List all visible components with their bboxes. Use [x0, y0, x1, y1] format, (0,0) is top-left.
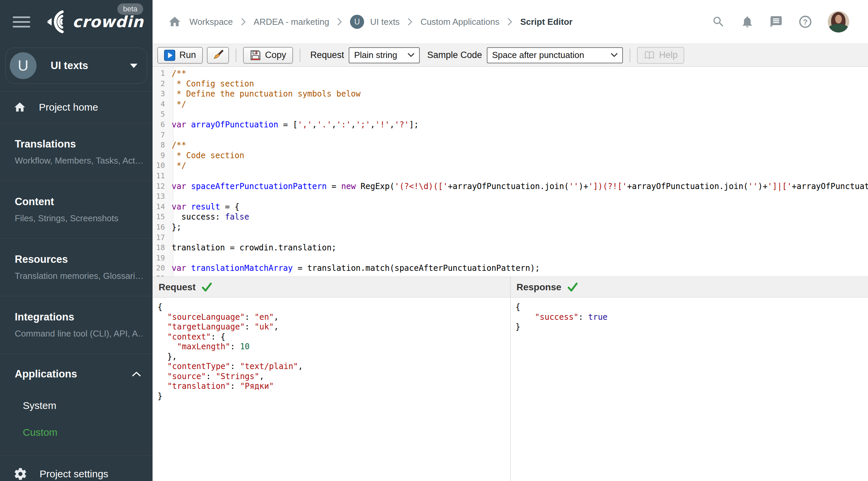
- code-line: 12var spaceAfterPunctuationPattern = new…: [153, 181, 868, 192]
- copy-button[interactable]: Copy: [243, 47, 293, 64]
- code-line: 6var arrayOfPunctuation = [',','.',':','…: [153, 120, 868, 130]
- line-number: 5: [153, 109, 169, 120]
- breadcrumb: Workspace ARDEA - marketing U UI texts C…: [168, 15, 712, 29]
- sidebar-section-applications: Applications System Custom: [0, 354, 153, 455]
- line-number: 1: [153, 68, 169, 79]
- sidebar-section-integrations[interactable]: Integrations Command line tool (CLI), AP…: [0, 296, 153, 354]
- code-line: "contentType": "text/plain",: [155, 362, 510, 372]
- code-line: 18translation = crowdin.translation;: [153, 243, 868, 253]
- code-line: 4 */: [153, 99, 868, 109]
- sidebar-item-project-settings[interactable]: Project settings: [0, 455, 153, 481]
- code-line: {: [155, 302, 510, 312]
- sidebar-item-project-home[interactable]: Project home: [13, 101, 153, 114]
- sidebar-section-translations[interactable]: Translations Workflow, Members, Tasks, A…: [0, 123, 153, 181]
- toolbar-separator: [300, 49, 301, 62]
- sidebar-item-label: Project settings: [39, 468, 108, 480]
- code-line: 8/**: [153, 140, 868, 151]
- success-check-icon: [202, 283, 212, 292]
- sample-code-select[interactable]: Space after punctuation: [487, 47, 623, 63]
- hamburger-menu-icon[interactable]: [13, 17, 30, 28]
- line-number: 21: [153, 274, 169, 277]
- request-response-panels: Request { "sourceLanguage": "en", "targe…: [153, 277, 868, 481]
- code-line: 17: [153, 233, 868, 243]
- sidebar-header: crowdin beta: [0, 0, 153, 43]
- gear-icon: [13, 467, 28, 481]
- search-icon[interactable]: [712, 15, 725, 29]
- help-button[interactable]: Help: [637, 47, 685, 64]
- code-line: "source": "Strings",: [155, 372, 510, 382]
- sidebar-section-resources[interactable]: Resources Translation memories, Glossari…: [0, 239, 153, 296]
- format-brush-button[interactable]: [207, 47, 229, 64]
- breadcrumb-custom-applications[interactable]: Custom Applications: [421, 17, 500, 27]
- line-number: 9: [153, 151, 169, 161]
- section-title: Content: [15, 196, 143, 208]
- line-number: 16: [153, 222, 169, 233]
- brush-icon: [212, 49, 224, 61]
- avatar-body: [829, 24, 848, 33]
- code-line: 3 * Define the punctuation symbols below: [153, 89, 868, 99]
- line-number: 6: [153, 120, 169, 130]
- breadcrumb-project-avatar: U: [350, 15, 364, 29]
- messages-chat-icon[interactable]: [769, 15, 783, 29]
- breadcrumb-project[interactable]: UI texts: [370, 17, 400, 27]
- chevron-down-icon: [611, 53, 618, 57]
- run-button[interactable]: Run: [157, 47, 203, 64]
- request-panel-title: Request: [159, 282, 195, 293]
- line-number: 3: [153, 89, 169, 99]
- sidebar-item-custom[interactable]: Custom: [15, 419, 141, 446]
- code-editor[interactable]: 1/**2 * Config section3 * Define the pun…: [153, 67, 868, 277]
- code-line: 14var result = {: [153, 202, 868, 212]
- section-subtitle: Workflow, Members, Tasks, Act…: [15, 156, 143, 166]
- request-type-select[interactable]: Plain string: [349, 47, 420, 63]
- request-select-value: Plain string: [354, 50, 397, 60]
- applications-toggle[interactable]: Applications: [15, 368, 141, 380]
- toolbar-separator: [630, 49, 630, 62]
- beta-badge: beta: [117, 3, 143, 15]
- response-panel-title: Response: [517, 282, 562, 293]
- script-editor-toolbar: Run Copy Request Plain string Sample Cod…: [153, 43, 868, 67]
- line-number: 11: [153, 171, 169, 181]
- editor-code-lines: 1/**2 * Config section3 * Define the pun…: [153, 67, 868, 277]
- code-line: }: [513, 322, 868, 332]
- svg-text:?: ?: [803, 18, 808, 26]
- user-avatar[interactable]: [828, 11, 849, 33]
- breadcrumb-workspace[interactable]: Workspace: [189, 17, 233, 27]
- line-number: 14: [153, 202, 169, 212]
- breadcrumb-project-group[interactable]: ARDEA - marketing: [254, 17, 329, 27]
- project-selector[interactable]: U UI texts: [5, 47, 147, 84]
- project-avatar: U: [10, 52, 36, 79]
- section-title: Applications: [15, 368, 77, 380]
- book-icon: [644, 50, 655, 61]
- request-panel: Request { "sourceLanguage": "en", "targe…: [153, 277, 510, 481]
- sidebar-item-system[interactable]: System: [15, 392, 141, 419]
- code-line: {: [513, 302, 868, 312]
- run-play-icon: [164, 50, 175, 61]
- home-icon[interactable]: [168, 15, 181, 29]
- code-line: "maxLength": 10: [155, 342, 510, 352]
- sidebar: crowdin beta U UI texts Project home Tra…: [0, 0, 153, 481]
- floppy-disk-icon: [250, 50, 261, 61]
- request-json-editor[interactable]: { "sourceLanguage": "en", "targetLanguag…: [153, 298, 510, 481]
- request-select-label: Request: [310, 50, 344, 60]
- chevron-down-icon: [130, 64, 137, 68]
- code-line: 13: [153, 191, 868, 202]
- request-panel-header: Request: [153, 277, 510, 298]
- code-line: "context": {: [155, 332, 510, 342]
- line-number: 10: [153, 161, 169, 171]
- response-panel-header: Response: [510, 277, 868, 298]
- help-circle-icon[interactable]: ?: [798, 15, 812, 29]
- response-panel: Response { "success": true}: [510, 277, 868, 481]
- code-line: 21: [153, 274, 868, 277]
- code-line: "success": true: [513, 312, 868, 322]
- success-check-icon: [567, 283, 578, 292]
- code-line: 20var translationMatchArray = translatio…: [153, 263, 868, 274]
- crowdin-logo-text: crowdin: [72, 13, 144, 31]
- sidebar-section-content[interactable]: Content Files, Strings, Screenshots: [0, 181, 153, 239]
- notifications-bell-icon[interactable]: [741, 15, 754, 29]
- section-subtitle: Translation memories, Glossari…: [15, 271, 143, 281]
- line-number: 18: [153, 243, 169, 253]
- section-title: Resources: [15, 253, 143, 265]
- applications-children: System Custom: [15, 392, 141, 446]
- code-line: 2 * Config section: [153, 79, 868, 89]
- chevron-right-icon: [337, 18, 342, 26]
